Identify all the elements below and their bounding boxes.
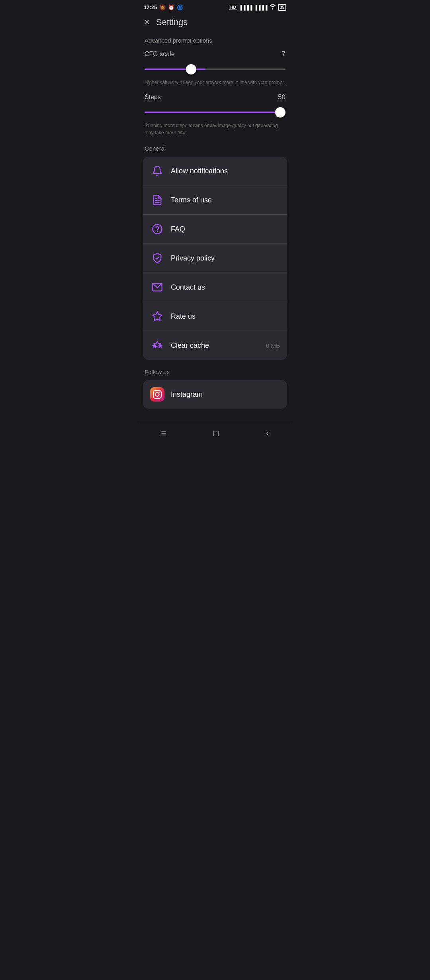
contact-item[interactable]: Contact us — [143, 273, 287, 302]
status-right: HD ▐▐▐▐ ▐▐▐▐ 35 — [229, 4, 286, 11]
cfg-scale-label: CFG scale — [145, 51, 175, 58]
sync-icon: 🌀 — [177, 4, 183, 10]
instagram-label: Instagram — [171, 390, 280, 399]
page-title: Settings — [156, 17, 188, 27]
battery-icon: 35 — [278, 4, 286, 11]
steps-slider[interactable] — [145, 112, 285, 113]
steps-row: Steps 50 Running more steps means better… — [137, 92, 293, 142]
svg-marker-5 — [152, 312, 162, 320]
hd-badge: HD — [229, 5, 237, 10]
contact-label: Contact us — [171, 283, 280, 292]
star-icon — [150, 309, 164, 323]
faq-item[interactable]: FAQ — [143, 215, 287, 244]
instagram-card: Instagram — [143, 380, 287, 409]
status-bar: 17:25 🔕 ⏰ 🌀 HD ▐▐▐▐ ▐▐▐▐ 35 — [137, 0, 293, 13]
instagram-item[interactable]: Instagram — [143, 380, 287, 409]
document-icon — [150, 193, 164, 207]
mute-icon: 🔕 — [159, 4, 166, 10]
cache-label: Clear cache — [171, 341, 260, 350]
question-icon — [150, 222, 164, 236]
steps-hint: Running more steps means better image qu… — [145, 122, 285, 141]
terms-label: Terms of use — [171, 196, 280, 204]
cfg-scale-hint: Higher values will keep your artwork mor… — [145, 79, 285, 91]
steps-value: 50 — [274, 93, 285, 101]
general-card: Allow notifications Terms of use FAQ — [143, 157, 287, 360]
home-button[interactable]: □ — [205, 427, 227, 440]
mail-icon — [150, 280, 164, 294]
notifications-item[interactable]: Allow notifications — [143, 157, 287, 186]
status-time: 17:25 — [144, 4, 157, 10]
notifications-label: Allow notifications — [171, 167, 280, 175]
advanced-section-label: Advanced prompt options — [137, 33, 293, 49]
header: × Settings — [137, 13, 293, 33]
steps-label: Steps — [145, 94, 161, 101]
shield-icon — [150, 251, 164, 265]
cache-size: 0 MB — [266, 342, 280, 349]
cfg-scale-value: 7 — [274, 50, 285, 58]
status-left: 17:25 🔕 ⏰ 🌀 — [144, 4, 183, 10]
stars-icon — [150, 338, 164, 353]
close-button[interactable]: × — [145, 18, 150, 27]
faq-label: FAQ — [171, 225, 280, 233]
general-section-label: General — [137, 142, 293, 157]
bottom-nav: ≡ □ ‹ — [137, 421, 293, 443]
rate-label: Rate us — [171, 312, 280, 321]
instagram-icon — [150, 387, 164, 402]
privacy-label: Privacy policy — [171, 254, 280, 263]
wifi-icon — [269, 4, 276, 11]
signal2-icon: ▐▐▐▐ — [254, 5, 268, 10]
rate-item[interactable]: Rate us — [143, 302, 287, 331]
alarm-icon: ⏰ — [168, 4, 174, 10]
signal-icon: ▐▐▐▐ — [239, 5, 252, 10]
privacy-item[interactable]: Privacy policy — [143, 244, 287, 273]
follow-us-label: Follow us — [137, 360, 293, 380]
cfg-scale-slider[interactable] — [145, 69, 285, 70]
back-button[interactable]: ‹ — [258, 427, 277, 440]
bell-icon — [150, 164, 164, 178]
terms-item[interactable]: Terms of use — [143, 186, 287, 215]
cache-item[interactable]: Clear cache 0 MB — [143, 331, 287, 360]
cfg-scale-row: CFG scale 7 Higher values will keep your… — [137, 49, 293, 92]
menu-button[interactable]: ≡ — [153, 427, 174, 440]
